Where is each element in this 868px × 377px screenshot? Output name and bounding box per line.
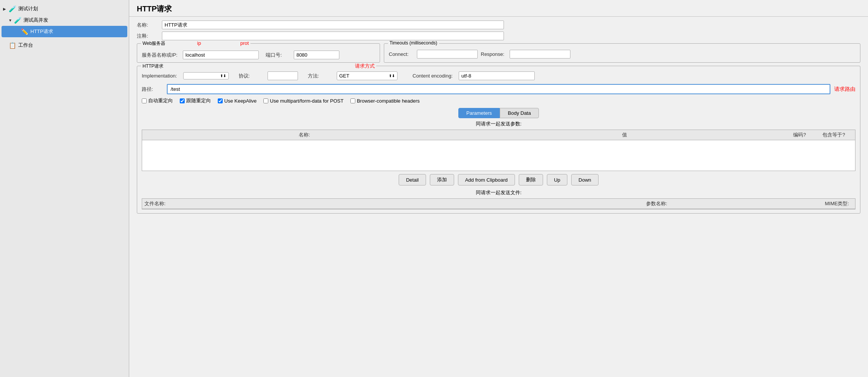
col-value: 值 [464,131,784,138]
checkbox-browser-headers[interactable]: Browser-compatible headers [350,98,420,104]
checkbox-auto-redirect[interactable]: 自动重定向 [142,97,173,104]
browser-headers-label: Browser-compatible headers [357,98,420,104]
server-input[interactable] [183,51,259,59]
implementation-dropdown[interactable]: ⬆⬇ [183,72,229,79]
files-col-name: 文件名称: [144,200,493,207]
method-label: 方法: [308,73,331,79]
add-clipboard-button[interactable]: Add from Clipboard [458,174,515,185]
col-encode: 编码? [784,131,815,138]
delete-button[interactable]: 删除 [519,174,543,185]
name-label: 名称: [137,22,160,29]
path-annotation: 请求路由 [834,86,855,93]
server-row: 服务器名称或IP: 端口号: [142,51,375,59]
test-plan-icon: 🧪 [8,5,17,13]
implementation-label: Implementation: [142,73,177,79]
timeouts-title: Timeouts (milliseconds) [388,40,439,46]
browser-headers-checkbox[interactable] [350,98,355,103]
test-concurrent-icon: 🧪 [14,16,22,24]
keep-alive-label: Use KeepAlive [224,98,257,104]
web-server-section: Web服务器 ip prot 服务器名称或IP: 端口号: Timeouts (… [137,43,860,63]
port-input[interactable] [294,51,339,59]
params-table-body [142,140,855,171]
params-table: 名称: 值 编码? 包含等于? [142,130,855,171]
protocol-input[interactable] [268,71,298,80]
note-row: 注释: [137,32,860,40]
files-col-mime: MIME类型: [675,200,853,207]
note-label: 注释: [137,33,160,40]
col-include: 包含等于? [815,131,853,138]
response-label: Response: [481,51,504,57]
web-server-box: Web服务器 ip prot 服务器名称或IP: 端口号: [137,43,380,63]
connect-input[interactable] [417,50,478,59]
detail-button[interactable]: Detail [399,174,426,185]
name-row: 名称: [137,21,860,29]
prot-annotation: prot [240,40,249,46]
params-title: 同请求一起发送参数: [142,120,855,127]
params-table-header: 名称: 值 编码? 包含等于? [142,130,855,140]
note-input[interactable] [162,32,504,40]
encoding-label: Content encoding: [413,73,453,79]
files-table: 文件名称: 参数名称: MIME类型: [142,198,855,209]
method-annotation: 请求方式 [355,63,375,69]
method-dropdown[interactable]: GET ⬆⬇ [337,71,398,80]
auto-redirect-checkbox[interactable] [142,98,147,103]
sidebar-label-test-concurrent: 测试高并发 [24,17,48,24]
connect-label: Connect: [389,51,412,57]
up-button[interactable]: Up [547,174,568,185]
http-request-icon: ✏️ [21,27,29,36]
tab-body-data[interactable]: Body Data [500,108,539,118]
tabs-row: Parameters Body Data [142,108,855,118]
auto-redirect-label: 自动重定向 [148,97,173,104]
tree-arrow-test-concurrent: ▼ [8,18,14,22]
keep-alive-checkbox[interactable] [218,98,223,103]
checkboxes-row: 自动重定向 跟随重定向 Use KeepAlive Use multipart/… [142,97,855,104]
multipart-checkbox[interactable] [263,98,268,103]
action-buttons: Detail 添加 Add from Clipboard 删除 Up Down [142,174,855,185]
checkbox-follow-redirect[interactable]: 跟随重定向 [180,97,211,104]
tree-arrow-http-request [15,30,21,34]
method-value: GET [339,73,350,79]
sidebar-label-test-plan: 测试计划 [18,5,38,12]
encoding-input[interactable] [459,71,535,80]
follow-redirect-checkbox[interactable] [180,98,185,103]
sidebar-item-http-request[interactable]: ✏️ HTTP请求 [2,26,127,37]
implementation-arrow: ⬆⬇ [220,74,226,78]
ip-annotation: ip [197,40,201,46]
server-label: 服务器名称或IP: [142,52,177,59]
web-server-title-text: Web服务器 [143,41,165,46]
name-input[interactable] [162,21,504,29]
http-section-title: HTTP请求 请求方式 [141,63,376,70]
protocol-label: 协议: [239,73,261,79]
path-input[interactable] [167,84,830,94]
page-title: HTTP请求 [137,5,172,13]
add-button[interactable]: 添加 [430,174,454,185]
port-label: 端口号: [266,52,288,59]
http-request-section: HTTP请求 请求方式 Implementation: ⬆⬇ 协议: 方法: G… [137,66,860,214]
sidebar-label-workbench: 工作台 [18,42,33,49]
tree-arrow-workbench [3,43,8,48]
down-button[interactable]: Down [571,174,598,185]
timeout-inner: Connect: Response: [389,50,855,59]
sidebar-label-http-request: HTTP请求 [30,28,53,35]
follow-redirect-label: 跟随重定向 [186,97,211,104]
checkbox-keep-alive[interactable]: Use KeepAlive [218,98,257,104]
sidebar: ▶ 🧪 测试计划 ▼ 🧪 测试高并发 ✏️ HTTP请求 📋 工作台 [0,0,129,377]
main-header: HTTP请求 [129,0,868,17]
files-title: 同请求一起发送文件: [142,189,855,196]
method-row: Implementation: ⬆⬇ 协议: 方法: GET ⬆⬇ Conten… [142,71,855,80]
timeouts-box: Timeouts (milliseconds) Connect: Respons… [384,43,860,63]
form-area: 名称: 注释: Web服务器 ip prot 服务器名称或IP: 端口号: [129,17,868,377]
sidebar-item-test-concurrent[interactable]: ▼ 🧪 测试高并发 [0,14,129,26]
response-input[interactable] [510,50,570,59]
path-label: 路径: [142,86,165,93]
sidebar-item-workbench[interactable]: 📋 工作台 [0,40,129,51]
method-arrow: ⬆⬇ [389,74,395,78]
sidebar-item-test-plan[interactable]: ▶ 🧪 测试计划 [0,3,129,14]
workbench-icon: 📋 [8,41,17,49]
main-content: HTTP请求 名称: 注释: Web服务器 ip prot 服务器名称或IP: [129,0,868,377]
files-col-param: 参数名称: [493,200,675,207]
col-name: 名称: [144,131,464,138]
path-row: 路径: 请求路由 [142,84,855,94]
checkbox-multipart[interactable]: Use multipart/form-data for POST [263,98,344,104]
tab-parameters[interactable]: Parameters [458,108,500,118]
